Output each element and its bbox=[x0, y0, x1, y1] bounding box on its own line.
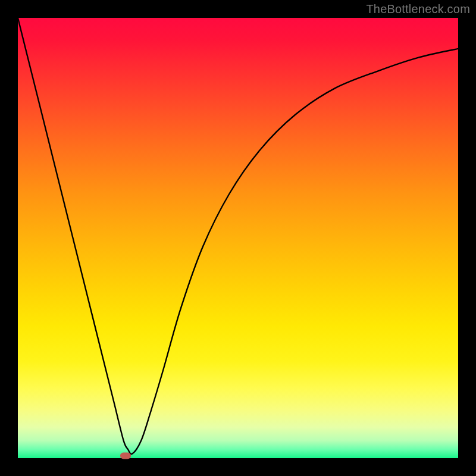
plot-gradient-background bbox=[18, 18, 458, 458]
watermark-text: TheBottleneck.com bbox=[366, 2, 470, 16]
optimal-point-marker bbox=[120, 453, 131, 459]
chart-frame: TheBottleneck.com bbox=[0, 0, 476, 476]
